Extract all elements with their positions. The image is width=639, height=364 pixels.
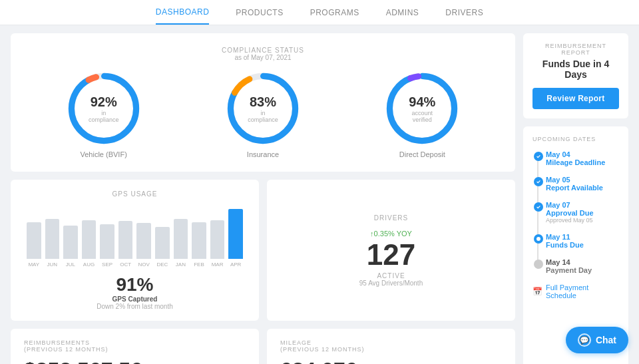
bar-label: JUL <box>63 262 78 268</box>
donut-insurance: 83% in compliance Insurance <box>226 72 300 158</box>
bar-label: JAN <box>174 262 188 268</box>
timeline-event: Report Available <box>546 184 619 192</box>
donut-sub-deposit: account verified <box>404 110 441 123</box>
nav-programs[interactable]: PROGRAMS <box>310 1 359 24</box>
bar-item <box>118 221 133 259</box>
bar-label: MAR <box>210 262 225 268</box>
donut-label-vehicle: Vehicle (BVIF) <box>81 150 127 158</box>
donut-center-insurance: 83% in compliance <box>244 94 281 123</box>
bar-item <box>136 223 151 259</box>
timeline-event: Mileage Deadline <box>546 158 619 166</box>
timeline-date: May 11 <box>546 233 619 241</box>
drivers-card: DRIVERS ↑0.35% YOY 127 ACTIVE 95 Avg Dri… <box>267 180 515 321</box>
timeline-item: May 07 Approval Due Approved May 05 <box>546 201 619 224</box>
timeline-dot <box>534 234 543 244</box>
review-report-button[interactable]: Review Report <box>532 88 619 109</box>
bar-label: APR <box>228 262 243 268</box>
compliance-title: COMPLIANCE STATUS <box>24 47 502 54</box>
bar-label: DEC <box>155 262 170 268</box>
reimbursements-card: REIMBURSEMENTS (PREVIOUS 12 MONTHS) $353… <box>11 329 259 364</box>
timeline-note: Approved May 05 <box>546 217 619 224</box>
bar-item <box>174 219 188 259</box>
donut-center-vehicle: 92% in compliance <box>85 94 122 123</box>
gps-card: GPS USAGE MAYJUNJULAUGSEPOCTNOVDECJANFEB… <box>11 180 259 321</box>
mileage-card: MILEAGE (PREVIOUS 12 MONTHS) 634,076 <box>267 329 515 364</box>
bar-label: OCT <box>118 262 133 268</box>
timeline-item: May 05 Report Available <box>546 176 619 192</box>
timeline: May 04 Mileage Deadline May 05 Report Av… <box>532 150 619 274</box>
drivers-title: DRIVERS <box>374 214 408 222</box>
bar-label: JUN <box>45 262 60 268</box>
chat-label: Chat <box>596 335 616 345</box>
donut-deposit: 94% account verified Direct Deposit <box>385 72 459 158</box>
nav-admins[interactable]: ADMINS <box>386 1 419 24</box>
mileage-value: 634,076 <box>280 358 502 364</box>
gps-sub: GPS Captured <box>21 295 248 303</box>
report-card: REIMBURSEMENT REPORT Funds Due in 4 Days… <box>523 33 628 118</box>
timeline-date: May 07 <box>546 201 619 209</box>
timeline-item: May 11 Funds Due <box>546 233 619 249</box>
dates-header: UPCOMING DATES <box>532 136 619 142</box>
timeline-event: Funds Due <box>546 241 619 249</box>
donut-pct-vehicle: 92% <box>85 94 122 110</box>
bar-item <box>27 222 41 259</box>
mileage-title: MILEAGE (PREVIOUS 12 MONTHS) <box>280 339 502 353</box>
timeline-item: May 14 Payment Day <box>546 258 619 274</box>
nav-products[interactable]: PRODUCTS <box>236 1 283 24</box>
bar-item <box>82 220 97 259</box>
timeline-event: Payment Day <box>546 266 619 274</box>
gps-pct: 91% <box>21 274 248 295</box>
donut-center-deposit: 94% account verified <box>404 94 441 123</box>
report-header: REIMBURSEMENT REPORT <box>532 43 619 56</box>
compliance-header: COMPLIANCE STATUS as of May 07, 2021 <box>24 47 502 61</box>
timeline-dot <box>534 260 543 269</box>
bar-item <box>63 226 78 259</box>
gps-sub2: Down 2% from last month <box>21 303 248 310</box>
bar-item <box>155 227 170 259</box>
left-panel: COMPLIANCE STATUS as of May 07, 2021 92% <box>11 33 515 364</box>
compliance-date: as of May 07, 2021 <box>24 54 502 61</box>
timeline-date: May 14 <box>546 258 619 266</box>
timeline-date: May 05 <box>546 176 619 184</box>
navigation: DASHBOARD PRODUCTS PROGRAMS ADMINS DRIVE… <box>0 0 639 25</box>
gps-title: GPS USAGE <box>21 190 248 198</box>
bar-label: AUG <box>82 262 97 268</box>
donut-label-deposit: Direct Deposit <box>399 150 445 158</box>
bar-item <box>228 209 243 259</box>
drivers-count: 127 <box>367 240 415 270</box>
donut-label-insurance: Insurance <box>247 150 279 158</box>
bar-label: FEB <box>192 262 206 268</box>
timeline-date: May 04 <box>546 150 619 158</box>
full-schedule-link[interactable]: 📅 Full Payment Schedule <box>532 283 619 299</box>
compliance-card: COMPLIANCE STATUS as of May 07, 2021 92% <box>11 33 515 172</box>
right-sidebar: REIMBURSEMENT REPORT Funds Due in 4 Days… <box>523 33 628 364</box>
drivers-yoy: ↑0.35% YOY <box>370 230 412 238</box>
compliance-charts: 92% in compliance Vehicle (BVIF) <box>24 72 502 158</box>
middle-row: GPS USAGE MAYJUNJULAUGSEPOCTNOVDECJANFEB… <box>11 180 515 321</box>
bar-label: SEP <box>100 262 114 268</box>
main-content: COMPLIANCE STATUS as of May 07, 2021 92% <box>0 25 639 364</box>
donut-pct-deposit: 94% <box>404 94 441 110</box>
stats-row: REIMBURSEMENTS (PREVIOUS 12 MONTHS) $353… <box>11 329 515 364</box>
timeline-item: May 04 Mileage Deadline <box>546 150 619 166</box>
nav-dashboard[interactable]: DASHBOARD <box>156 1 210 25</box>
bar-chart <box>21 206 248 259</box>
nav-drivers[interactable]: DRIVERS <box>445 1 483 24</box>
reimbursements-value: $353,567.56 <box>24 358 246 364</box>
bar-item <box>45 219 60 259</box>
chat-button[interactable]: 💬 Chat <box>566 327 628 353</box>
donut-sub-insurance: in compliance <box>244 110 281 123</box>
bar-item <box>192 222 206 259</box>
timeline-event: Approval Due <box>546 209 619 217</box>
full-schedule-text: Full Payment Schedule <box>546 283 619 299</box>
bar-labels: MAYJUNJULAUGSEPOCTNOVDECJANFEBMARAPR <box>21 259 248 268</box>
reimbursements-title: REIMBURSEMENTS (PREVIOUS 12 MONTHS) <box>24 339 246 353</box>
bar-label: NOV <box>136 262 151 268</box>
donut-vehicle: 92% in compliance Vehicle (BVIF) <box>67 72 140 158</box>
bar-label: MAY <box>27 262 41 268</box>
donut-pct-insurance: 83% <box>244 94 281 110</box>
donut-sub-vehicle: in compliance <box>85 110 122 123</box>
chat-icon: 💬 <box>578 333 591 347</box>
timeline-dot <box>534 152 543 161</box>
timeline-dot <box>534 177 543 186</box>
